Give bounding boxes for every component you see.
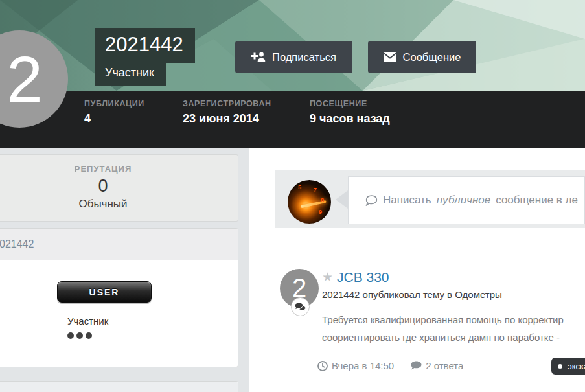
post-replies-text: 2 ответа — [426, 360, 463, 371]
topic-badge — [291, 297, 310, 316]
post-replies[interactable]: 2 ответа — [411, 360, 463, 371]
profile-avatar-initial: 2 — [6, 47, 43, 111]
post-tag-label: экскаватор наработка — [568, 362, 585, 371]
star-icon[interactable]: ★ — [322, 270, 333, 284]
rank-pip — [76, 332, 83, 339]
dial-mark: 9 — [319, 209, 322, 215]
username-text: 2021442 — [105, 33, 183, 56]
post-excerpt-line1: Требуется квалифицированная помощь по ко… — [322, 311, 585, 329]
profile-info-panel-header: 021442 — [0, 229, 238, 260]
stat-last-visit-label: ПОСЕЩЕНИЕ — [310, 99, 390, 108]
rank-pips — [67, 332, 92, 339]
clock-icon — [317, 361, 328, 371]
post-title-link[interactable]: JCB 330 — [337, 270, 389, 285]
rank-row-value: Участник — [67, 316, 108, 327]
placeholder-italic: публичное — [437, 194, 491, 207]
post-excerpt-line2: соориентировать где храниться дамп по на… — [322, 329, 585, 346]
stat-joined: ЗАРЕГИСТРИРОВАН 23 июня 2014 — [183, 99, 271, 126]
status-composer: 7 8 9 5 Написать публичное сообщение в л… — [275, 170, 585, 228]
dial-mark: 5 — [298, 184, 301, 190]
post-time[interactable]: Вчера в 14:50 — [317, 360, 394, 371]
post-tag[interactable]: экскаватор наработка — [551, 358, 585, 375]
stat-last-visit-value: 9 часов назад — [310, 112, 390, 126]
stat-joined-value: 23 июня 2014 — [183, 112, 271, 126]
reputation-panel: РЕПУТАЦИЯ 0 Обычный — [0, 154, 238, 222]
visitor-avatar[interactable]: 7 8 9 5 — [288, 180, 331, 224]
user-rank-badge: USER — [57, 281, 152, 303]
member-rank-text: Участник — [105, 66, 154, 79]
activity-post: 2 ★ JCB 330 2021442 опубликовал тему в О… — [249, 262, 585, 392]
stat-posts-value: 4 — [84, 112, 144, 126]
stat-posts: ПУБЛИКАЦИИ 4 — [84, 99, 144, 126]
post-footer: Вчера в 14:50 2 ответа экскаватор нарабо… — [317, 360, 463, 371]
stat-posts-label: ПУБЛИКАЦИИ — [84, 99, 144, 108]
post-excerpt: Требуется квалифицированная помощь по ко… — [322, 311, 585, 346]
tag-dot-icon — [558, 364, 562, 369]
comment-bubbles-icon — [295, 303, 306, 312]
speech-bubble-icon — [365, 195, 378, 206]
rank-pip — [67, 332, 74, 339]
composer-placeholder: Написать публичное сообщение в ле — [349, 194, 584, 207]
reputation-status: Обычный — [0, 198, 238, 211]
reply-bubble-icon — [411, 361, 422, 371]
stat-last-visit: ПОСЕЩЕНИЕ 9 часов назад — [310, 99, 390, 126]
reputation-label: РЕПУТАЦИЯ — [0, 164, 238, 174]
post-meta: 2021442 опубликовал тему в Одометры — [322, 289, 502, 300]
dial-mark: 7 — [314, 187, 317, 193]
profile-stats-bar: ПУБЛИКАЦИИ 4 ЗАРЕГИСТРИРОВАН 23 июня 201… — [0, 91, 585, 148]
message-button[interactable]: Сообщение — [368, 41, 476, 73]
composer-arrow — [336, 190, 348, 209]
subscribe-button[interactable]: Подписаться — [235, 41, 352, 73]
profile-page: 2 2021442 Участник Подписаться Сообщение… — [0, 0, 585, 392]
profile-info-panel-title: 021442 — [0, 238, 34, 250]
username-box: 2021442 — [95, 28, 195, 63]
rank-pip — [86, 332, 92, 339]
visitors-panel: НИЕ ПОСЕТИТЕЛИ — [0, 381, 238, 392]
member-rank-box: Участник — [95, 62, 166, 86]
visitors-panel-header: НИЕ ПОСЕТИТЕЛИ — [0, 382, 238, 392]
placeholder-prefix: Написать — [383, 194, 431, 207]
placeholder-suffix: сообщение в ле — [496, 194, 578, 207]
message-button-label: Сообщение — [403, 51, 461, 63]
stat-joined-label: ЗАРЕГИСТРИРОВАН — [183, 99, 271, 108]
reputation-value: 0 — [0, 176, 238, 196]
envelope-icon — [384, 52, 396, 62]
person-add-icon — [251, 52, 266, 62]
dial-mark: 8 — [321, 197, 324, 203]
profile-info-panel: 021442 USER ние Участник — [0, 228, 238, 367]
user-rank-badge-label: USER — [89, 287, 120, 297]
subscribe-button-label: Подписаться — [272, 51, 336, 63]
post-time-text: Вчера в 14:50 — [332, 360, 394, 371]
composer-input[interactable]: Написать публичное сообщение в ле — [348, 176, 585, 224]
